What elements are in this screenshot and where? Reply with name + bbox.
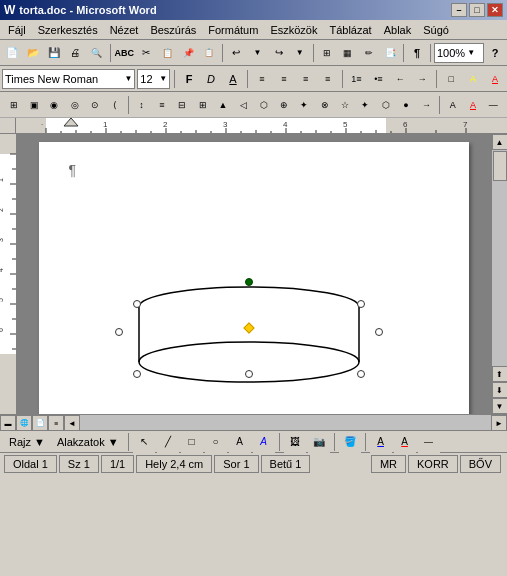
draw-ellipse-button[interactable]: ○ bbox=[205, 431, 227, 453]
draw-tool18[interactable]: ✦ bbox=[356, 94, 375, 116]
scroll-v-track[interactable] bbox=[492, 150, 507, 366]
draw-tool19[interactable]: ⬡ bbox=[376, 94, 395, 116]
paste-button[interactable]: 📌 bbox=[178, 42, 198, 64]
close-button[interactable]: ✕ bbox=[487, 3, 503, 17]
help-button[interactable]: ? bbox=[485, 42, 505, 64]
font-selector[interactable]: Times New Roman ▼ bbox=[2, 69, 135, 89]
save-button[interactable]: 💾 bbox=[44, 42, 64, 64]
bold-button[interactable]: F bbox=[179, 69, 199, 89]
draw-fill-button[interactable]: 🪣 bbox=[339, 431, 361, 453]
zoom-dropdown-icon[interactable]: ▼ bbox=[467, 48, 475, 57]
print-preview-button[interactable]: 🔍 bbox=[86, 42, 106, 64]
pageview-button[interactable]: 📄 bbox=[32, 415, 48, 431]
titlebar-controls[interactable]: – □ ✕ bbox=[451, 3, 503, 17]
decrease-indent-button[interactable]: ← bbox=[390, 69, 410, 89]
draw-cursor-button[interactable]: ↖ bbox=[133, 431, 155, 453]
draw-tool17[interactable]: ☆ bbox=[335, 94, 354, 116]
scroll-v-thumb[interactable] bbox=[493, 151, 507, 181]
menu-tools[interactable]: Eszközök bbox=[264, 22, 323, 38]
draw-tool3[interactable]: ◉ bbox=[45, 94, 64, 116]
undo-button[interactable]: ↩ bbox=[226, 42, 246, 64]
scroll-left-button[interactable]: ◄ bbox=[64, 415, 80, 431]
draw-img-button[interactable]: 📷 bbox=[308, 431, 330, 453]
menu-window[interactable]: Ablak bbox=[378, 22, 418, 38]
scroll-h-track[interactable] bbox=[80, 415, 491, 430]
handle-bottom-right[interactable] bbox=[357, 370, 365, 378]
open-button[interactable]: 📂 bbox=[23, 42, 43, 64]
draw-tool23[interactable]: A bbox=[463, 94, 482, 116]
draw-tool21[interactable]: → bbox=[417, 94, 436, 116]
alakzatok-menu[interactable]: Alakzatok ▼ bbox=[52, 434, 124, 450]
highlight-button[interactable]: A bbox=[463, 69, 483, 89]
columns-button[interactable]: ▦ bbox=[338, 42, 358, 64]
draw-tool10[interactable]: ⊞ bbox=[193, 94, 212, 116]
undo-list-button[interactable]: ▼ bbox=[247, 42, 267, 64]
para-marks-button[interactable]: ¶ bbox=[407, 42, 427, 64]
handle-right-center[interactable] bbox=[375, 328, 383, 336]
draw-tool24[interactable]: — bbox=[484, 94, 503, 116]
zoom-control[interactable]: 100% ▼ bbox=[434, 43, 484, 63]
align-center-button[interactable]: ≡ bbox=[274, 69, 294, 89]
draw-tool11[interactable]: ▲ bbox=[213, 94, 232, 116]
table-button[interactable]: ⊞ bbox=[317, 42, 337, 64]
draw-clipart-button[interactable]: 🖼 bbox=[284, 431, 306, 453]
paste-special-button[interactable]: 📋 bbox=[199, 42, 219, 64]
draw-linecolor-button[interactable]: A bbox=[370, 431, 392, 453]
scroll-up-button[interactable]: ▲ bbox=[492, 134, 508, 150]
handle-bottom-center[interactable] bbox=[245, 370, 253, 378]
draw-tool5[interactable]: ⊙ bbox=[85, 94, 104, 116]
draw-fontcolor-button[interactable]: A bbox=[394, 431, 416, 453]
draw-tool6[interactable]: ⟨ bbox=[106, 94, 125, 116]
normal-view-button[interactable]: ▬ bbox=[0, 415, 16, 431]
draw-tool4[interactable]: ◎ bbox=[65, 94, 84, 116]
outlineview-button[interactable]: ≡ bbox=[48, 415, 64, 431]
handle-top-right[interactable] bbox=[357, 300, 365, 308]
handle-bottom-left[interactable] bbox=[133, 370, 141, 378]
vertical-scrollbar[interactable]: ▲ ⬆ ⬇ ▼ bbox=[491, 134, 507, 414]
underline-button[interactable]: A bbox=[223, 69, 243, 89]
cut-button[interactable]: ✂ bbox=[136, 42, 156, 64]
draw-tool20[interactable]: ● bbox=[396, 94, 415, 116]
draw-tool8[interactable]: ≡ bbox=[152, 94, 171, 116]
cake-shape[interactable] bbox=[119, 282, 379, 382]
scroll-down-button[interactable]: ▼ bbox=[492, 398, 508, 414]
menu-format[interactable]: Formátum bbox=[202, 22, 264, 38]
draw-line-button[interactable]: ╱ bbox=[157, 431, 179, 453]
fontsize-dropdown-icon[interactable]: ▼ bbox=[159, 74, 167, 83]
copy-button[interactable]: 📋 bbox=[157, 42, 177, 64]
font-color-button[interactable]: A bbox=[485, 69, 505, 89]
draw-tool16[interactable]: ⊗ bbox=[315, 94, 334, 116]
draw-wordart-button[interactable]: A bbox=[253, 431, 275, 453]
docmap-button[interactable]: 📑 bbox=[380, 42, 400, 64]
font-dropdown-icon[interactable]: ▼ bbox=[124, 74, 132, 83]
numbering-button[interactable]: 1≡ bbox=[347, 69, 367, 89]
minimize-button[interactable]: – bbox=[451, 3, 467, 17]
draw-tool15[interactable]: ✦ bbox=[295, 94, 314, 116]
draw-tool7[interactable]: ↕ bbox=[132, 94, 151, 116]
menu-insert[interactable]: Beszúrás bbox=[144, 22, 202, 38]
menu-file[interactable]: Fájl bbox=[2, 22, 32, 38]
draw-tool22[interactable]: A bbox=[443, 94, 462, 116]
handle-top-center[interactable] bbox=[245, 278, 253, 286]
draw-linewidth-button[interactable]: — bbox=[418, 431, 440, 453]
menu-edit[interactable]: Szerkesztés bbox=[32, 22, 104, 38]
redo-button[interactable]: ↪ bbox=[269, 42, 289, 64]
new-button[interactable]: 📄 bbox=[2, 42, 22, 64]
increase-indent-button[interactable]: → bbox=[412, 69, 432, 89]
handle-left-center[interactable] bbox=[115, 328, 123, 336]
draw-tool14[interactable]: ⊕ bbox=[274, 94, 293, 116]
spellcheck-button[interactable]: ABC bbox=[113, 42, 135, 64]
draw-tool12[interactable]: ◁ bbox=[234, 94, 253, 116]
rajz-menu[interactable]: Rajz ▼ bbox=[4, 434, 50, 450]
italic-button[interactable]: D bbox=[201, 69, 221, 89]
menu-view[interactable]: Nézet bbox=[104, 22, 145, 38]
maximize-button[interactable]: □ bbox=[469, 3, 485, 17]
outside-border-button[interactable]: □ bbox=[441, 69, 461, 89]
drawing-button[interactable]: ✏ bbox=[359, 42, 379, 64]
align-left-button[interactable]: ≡ bbox=[252, 69, 272, 89]
menu-table[interactable]: Táblázat bbox=[323, 22, 377, 38]
scroll-right-button[interactable]: ► bbox=[491, 415, 507, 431]
justify-button[interactable]: ≡ bbox=[318, 69, 338, 89]
redo-list-button[interactable]: ▼ bbox=[290, 42, 310, 64]
handle-top-left[interactable] bbox=[133, 300, 141, 308]
